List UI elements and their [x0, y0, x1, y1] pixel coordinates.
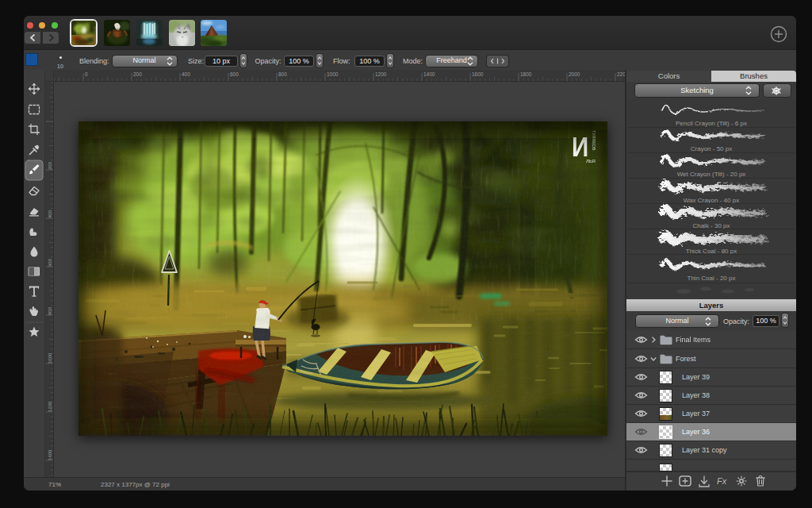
svg-text:800: 800 — [48, 306, 52, 315]
svg-text:Pencil Crayon (Tilt) - 6 px: Pencil Crayon (Tilt) - 6 px — [676, 120, 747, 127]
svg-text:Chalk - 30 px: Chalk - 30 px — [692, 222, 730, 229]
svg-text:И: И — [572, 130, 588, 162]
svg-text:Fx: Fx — [717, 476, 727, 486]
svg-text:Wax Crayon - 40 px: Wax Crayon - 40 px — [684, 197, 739, 204]
svg-text:1200: 1200 — [48, 401, 52, 412]
svg-text:1400: 1400 — [48, 449, 52, 460]
svg-text:Wet Crayon (Tilt) - 20 px: Wet Crayon (Tilt) - 20 px — [677, 171, 746, 178]
svg-text:1800: 1800 — [520, 71, 532, 77]
svg-text:2200: 2200 — [617, 71, 625, 77]
svg-text:1400: 1400 — [423, 71, 435, 77]
svg-text:0: 0 — [85, 71, 88, 77]
svg-text:Crayon - 50 px: Crayon - 50 px — [691, 145, 732, 152]
svg-text:600: 600 — [230, 71, 239, 77]
svg-text:400: 400 — [48, 210, 52, 218]
svg-text:400: 400 — [182, 71, 190, 77]
svg-text:200: 200 — [133, 71, 142, 77]
svg-text:1200: 1200 — [375, 71, 387, 77]
svg-text:ТУЛЯКОВ: ТУЛЯКОВ — [592, 130, 596, 151]
svg-text:1000: 1000 — [48, 352, 52, 364]
svg-text:600: 600 — [48, 258, 52, 267]
svg-text:Thick Coal - 80 px: Thick Coal - 80 px — [686, 248, 737, 255]
svg-text:200: 200 — [48, 161, 52, 170]
svg-text:Thin Coal - 20 px: Thin Coal - 20 px — [688, 275, 736, 282]
svg-text:800: 800 — [278, 71, 287, 77]
svg-text:1600: 1600 — [472, 71, 484, 77]
svg-text:ЛЬЯ: ЛЬЯ — [586, 159, 596, 164]
svg-text:1000: 1000 — [327, 71, 339, 77]
svg-text:2000: 2000 — [569, 71, 580, 77]
